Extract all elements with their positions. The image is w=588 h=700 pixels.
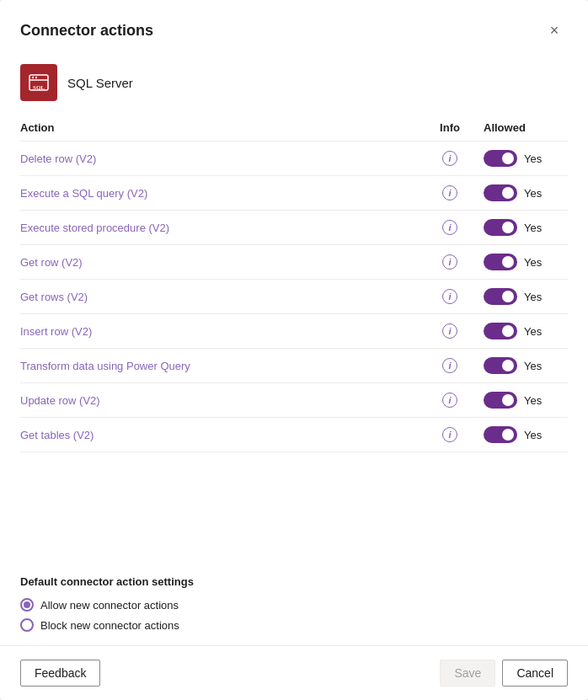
action-name: Get row (V2) (20, 256, 416, 269)
save-button[interactable]: Save (440, 660, 495, 687)
yes-label: Yes (524, 187, 542, 200)
action-name: Get rows (V2) (20, 291, 416, 303)
toggle[interactable] (484, 184, 517, 201)
info-icon[interactable]: i (442, 427, 457, 442)
allowed-cell: Yes (484, 150, 568, 167)
action-name: Transform data using Power Query (20, 360, 416, 372)
info-icon[interactable]: i (442, 393, 457, 408)
allowed-cell: Yes (484, 254, 568, 270)
allow-radio-label: Allow new connector actions (40, 599, 179, 612)
toggle[interactable] (484, 150, 517, 167)
yes-label: Yes (524, 360, 542, 372)
toggle[interactable] (484, 254, 517, 270)
header-action: Action (20, 121, 416, 134)
info-cell: i (416, 151, 484, 166)
allow-radio-circle (20, 598, 34, 612)
action-name: Get tables (V2) (20, 429, 416, 441)
svg-text:SQL: SQL (33, 84, 45, 91)
info-icon[interactable]: i (442, 220, 457, 235)
action-name: Execute stored procedure (V2) (20, 222, 416, 234)
info-cell: i (416, 185, 484, 200)
table-header: Action Info Allowed (20, 115, 568, 142)
yes-label: Yes (524, 325, 542, 338)
svg-point-2 (32, 77, 34, 78)
svg-point-3 (35, 77, 37, 78)
yes-label: Yes (524, 394, 542, 407)
feedback-button[interactable]: Feedback (20, 660, 100, 687)
allowed-cell: Yes (484, 323, 568, 339)
dialog-header: Connector actions × (0, 0, 588, 57)
block-radio-label: Block new connector actions (40, 619, 179, 632)
connector-info: SQL SQL Server (0, 57, 588, 115)
info-cell: i (416, 289, 484, 304)
header-allowed: Allowed (484, 121, 568, 134)
info-icon[interactable]: i (442, 289, 457, 304)
allowed-cell: Yes (484, 357, 568, 374)
allowed-cell: Yes (484, 426, 568, 443)
close-button[interactable]: × (541, 17, 568, 44)
toggle[interactable] (484, 323, 517, 339)
actions-table: Action Info Allowed Delete row (V2) i Ye… (0, 115, 588, 562)
action-name: Delete row (V2) (20, 152, 416, 165)
connector-actions-dialog: Connector actions × SQL SQL Server Actio… (0, 0, 588, 700)
cancel-button[interactable]: Cancel (502, 660, 568, 687)
toggle[interactable] (484, 392, 517, 409)
yes-label: Yes (524, 291, 542, 303)
footer-right: Save Cancel (440, 660, 568, 687)
info-icon[interactable]: i (442, 358, 457, 373)
header-info: Info (416, 121, 484, 134)
block-radio-item[interactable]: Block new connector actions (20, 618, 568, 632)
allowed-cell: Yes (484, 288, 568, 305)
table-row: Get tables (V2) i Yes (20, 418, 568, 452)
block-radio-circle (20, 618, 34, 632)
yes-label: Yes (524, 152, 542, 165)
info-icon[interactable]: i (442, 185, 457, 200)
toggle[interactable] (484, 219, 517, 236)
dialog-title: Connector actions (20, 22, 153, 40)
action-name: Execute a SQL query (V2) (20, 187, 416, 200)
default-settings-title: Default connector action settings (20, 575, 568, 588)
toggle[interactable] (484, 357, 517, 374)
info-cell: i (416, 323, 484, 339)
allowed-cell: Yes (484, 392, 568, 409)
dialog-footer: Feedback Save Cancel (0, 645, 588, 700)
info-cell: i (416, 393, 484, 408)
table-row: Execute a SQL query (V2) i Yes (20, 176, 568, 211)
yes-label: Yes (524, 429, 542, 441)
action-name: Update row (V2) (20, 394, 416, 407)
footer-left: Feedback (20, 660, 100, 687)
table-row: Delete row (V2) i Yes (20, 142, 568, 176)
table-row: Insert row (V2) i Yes (20, 314, 568, 349)
table-row: Get row (V2) i Yes (20, 245, 568, 280)
table-row: Transform data using Power Query i Yes (20, 349, 568, 383)
info-cell: i (416, 427, 484, 442)
toggle[interactable] (484, 288, 517, 305)
table-row: Update row (V2) i Yes (20, 383, 568, 418)
allowed-cell: Yes (484, 219, 568, 236)
info-icon[interactable]: i (442, 254, 457, 270)
yes-label: Yes (524, 222, 542, 234)
default-settings: Default connector action settings Allow … (0, 562, 588, 645)
info-cell: i (416, 254, 484, 270)
table-row: Execute stored procedure (V2) i Yes (20, 211, 568, 245)
yes-label: Yes (524, 256, 542, 269)
allow-radio-item[interactable]: Allow new connector actions (20, 598, 568, 612)
info-cell: i (416, 358, 484, 373)
connector-name: SQL Server (67, 76, 133, 90)
toggle[interactable] (484, 426, 517, 443)
table-row: Get rows (V2) i Yes (20, 280, 568, 314)
radio-group: Allow new connector actions Block new co… (20, 598, 568, 632)
info-icon[interactable]: i (442, 151, 457, 166)
info-cell: i (416, 220, 484, 235)
action-name: Insert row (V2) (20, 325, 416, 338)
info-icon[interactable]: i (442, 323, 457, 339)
connector-icon: SQL (20, 64, 57, 101)
allowed-cell: Yes (484, 184, 568, 201)
